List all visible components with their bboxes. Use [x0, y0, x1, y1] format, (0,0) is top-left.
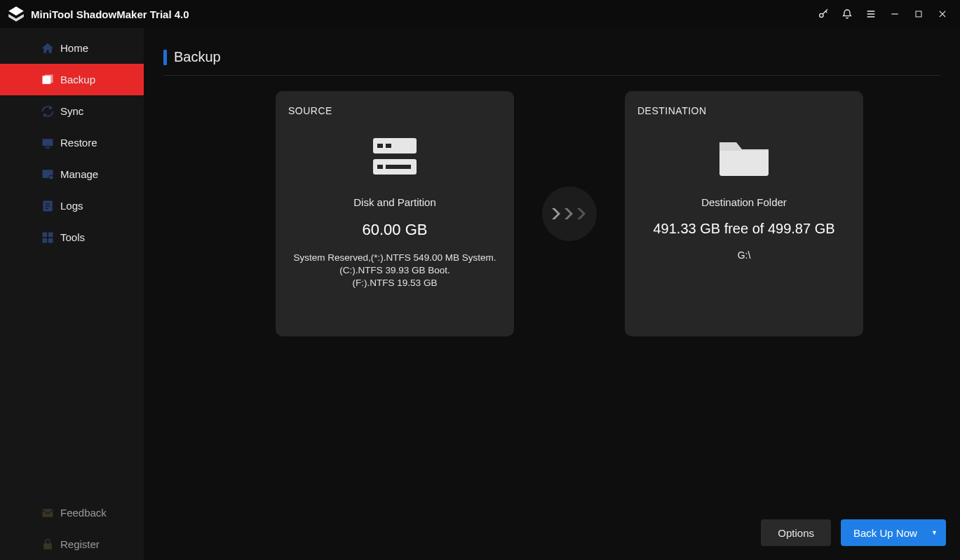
sync-icon [41, 104, 55, 118]
sidebar-item-label: Register [60, 538, 100, 550]
sidebar-item-label: Logs [60, 200, 83, 212]
svg-rect-9 [43, 232, 48, 237]
svg-rect-17 [386, 144, 391, 148]
source-detail: System Reserved,(*:).NTFS 549.00 MB Syst… [294, 252, 496, 290]
register-icon [41, 538, 55, 552]
caret-down-icon: ▼ [931, 529, 938, 536]
manage-icon [41, 168, 55, 182]
titlebar: MiniTool ShadowMaker Trial 4.0 [0, 0, 960, 28]
home-icon [41, 41, 55, 55]
svg-rect-11 [43, 238, 48, 243]
svg-rect-19 [377, 165, 383, 169]
app-title: MiniTool ShadowMaker Trial 4.0 [31, 8, 189, 20]
svg-point-7 [50, 175, 53, 179]
sidebar-item-label: Restore [60, 137, 97, 149]
sidebar-item-label: Sync [60, 105, 83, 117]
source-title: Disk and Partition [353, 196, 436, 208]
sidebar-item-label: Manage [60, 168, 98, 180]
svg-point-0 [820, 13, 823, 17]
sidebar-item-tools[interactable]: Tools [0, 221, 144, 253]
source-card[interactable]: SOURCE Disk and Partition 60.00 GB Syste… [276, 91, 514, 336]
menu-icon[interactable] [859, 0, 883, 28]
close-button[interactable] [931, 0, 954, 28]
svg-rect-3 [45, 74, 53, 83]
svg-rect-4 [43, 139, 53, 146]
destination-free: 491.33 GB free of 499.87 GB [653, 221, 834, 237]
sidebar: Home Backup Sync Restore Manage [0, 28, 144, 560]
sidebar-item-manage[interactable]: Manage [0, 158, 144, 190]
sidebar-item-backup[interactable]: Backup [0, 64, 144, 95]
backup-now-label: Back Up Now [853, 527, 917, 539]
logs-icon [41, 199, 55, 213]
minimize-button[interactable] [883, 0, 907, 28]
svg-rect-20 [386, 165, 411, 169]
page-title-marker [163, 50, 167, 65]
options-button[interactable]: Options [761, 519, 831, 546]
app-logo [7, 5, 25, 23]
svg-rect-10 [48, 232, 53, 237]
sidebar-item-restore[interactable]: Restore [0, 127, 144, 158]
disk-icon [367, 129, 422, 184]
source-size: 60.00 GB [363, 221, 428, 239]
svg-rect-13 [43, 509, 53, 517]
sidebar-item-register[interactable]: Register [0, 528, 144, 560]
destination-card[interactable]: DESTINATION Destination Folder 491.33 GB… [625, 91, 863, 336]
svg-rect-12 [48, 238, 53, 243]
svg-rect-16 [377, 144, 383, 148]
main-content: Backup SOURCE Disk and Partition [144, 28, 960, 560]
svg-rect-14 [43, 543, 52, 549]
svg-rect-1 [916, 11, 921, 17]
notification-icon[interactable] [835, 0, 859, 28]
backup-now-button[interactable]: Back Up Now ▼ [841, 519, 946, 546]
footer-actions: Options Back Up Now ▼ [761, 519, 946, 546]
key-icon[interactable] [811, 0, 835, 28]
restore-icon [41, 136, 55, 150]
folder-icon [715, 129, 773, 184]
sidebar-item-logs[interactable]: Logs [0, 190, 144, 221]
source-label: SOURCE [288, 105, 332, 116]
options-button-label: Options [778, 527, 814, 539]
sidebar-item-label: Feedback [60, 507, 107, 519]
destination-label: DESTINATION [637, 105, 707, 116]
sidebar-item-home[interactable]: Home [0, 32, 144, 64]
destination-title: Destination Folder [701, 196, 787, 208]
page-title: Backup [174, 49, 221, 65]
arrow-indicator [542, 186, 597, 241]
sidebar-item-label: Tools [60, 231, 85, 243]
destination-path: G:\ [738, 250, 751, 261]
sidebar-item-label: Backup [60, 74, 95, 86]
backup-icon [41, 73, 55, 87]
page-header: Backup [163, 49, 940, 76]
shadowmaker-logo-icon [7, 5, 25, 23]
maximize-button[interactable] [907, 0, 931, 28]
feedback-icon [41, 506, 55, 520]
backup-cards: SOURCE Disk and Partition 60.00 GB Syste… [276, 91, 940, 336]
sidebar-item-feedback[interactable]: Feedback [0, 497, 144, 528]
sidebar-item-label: Home [60, 42, 88, 54]
sidebar-item-sync[interactable]: Sync [0, 95, 144, 127]
tools-icon [41, 231, 55, 245]
